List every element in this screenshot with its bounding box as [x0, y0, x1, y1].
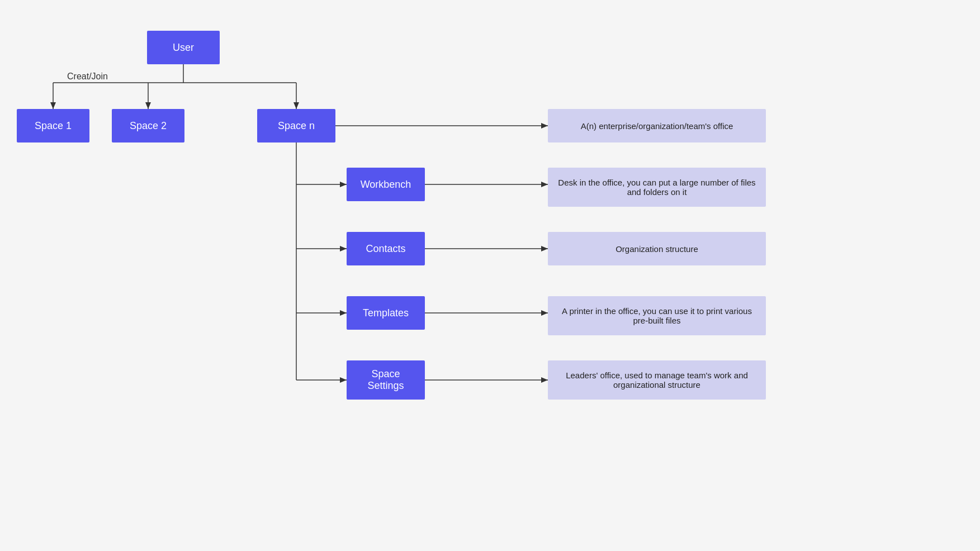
templates-desc-text: A printer in the office, you can use it … [557, 306, 757, 325]
space2-label: Space 2 [130, 120, 167, 132]
space-settings-label: Space Settings [367, 368, 404, 392]
templates-desc: A printer in the office, you can use it … [548, 296, 766, 335]
workbench-desc: Desk in the office, you can put a large … [548, 168, 766, 207]
svg-marker-21 [340, 310, 347, 316]
svg-marker-13 [340, 182, 347, 187]
creat-join-label: Creat/Join [67, 72, 108, 82]
svg-marker-17 [340, 246, 347, 251]
svg-marker-25 [340, 377, 347, 383]
svg-marker-11 [541, 123, 548, 129]
space-settings-desc-text: Leaders' office, used to manage team's w… [557, 370, 757, 390]
user-node: User [147, 31, 220, 64]
workbench-desc-text: Desk in the office, you can put a large … [557, 178, 757, 197]
svg-marker-5 [145, 102, 151, 109]
svg-marker-23 [541, 310, 548, 316]
space2-node: Space 2 [112, 109, 184, 142]
workbench-node: Workbench [347, 168, 425, 201]
space1-label: Space 1 [35, 120, 72, 132]
user-label: User [173, 42, 194, 54]
creat-join-text: Creat/Join [67, 72, 108, 81]
svg-marker-8 [293, 102, 299, 109]
spacen-label: Space n [278, 120, 315, 132]
space1-node: Space 1 [17, 109, 89, 142]
contacts-label: Contacts [366, 243, 405, 255]
templates-node: Templates [347, 296, 425, 330]
contacts-node: Contacts [347, 232, 425, 265]
svg-marker-19 [541, 246, 548, 251]
spacen-node: Space n [257, 109, 335, 142]
spacen-desc: A(n) enterprise/organization/team's offi… [548, 109, 766, 142]
contacts-desc-text: Organization structure [616, 244, 698, 254]
space-settings-desc: Leaders' office, used to manage team's w… [548, 360, 766, 400]
templates-label: Templates [363, 307, 409, 319]
svg-marker-3 [50, 102, 56, 109]
svg-marker-27 [541, 377, 548, 383]
contacts-desc: Organization structure [548, 232, 766, 265]
svg-marker-15 [541, 182, 548, 187]
space-settings-node: Space Settings [347, 360, 425, 400]
spacen-desc-text: A(n) enterprise/organization/team's offi… [581, 121, 733, 131]
workbench-label: Workbench [361, 179, 411, 191]
